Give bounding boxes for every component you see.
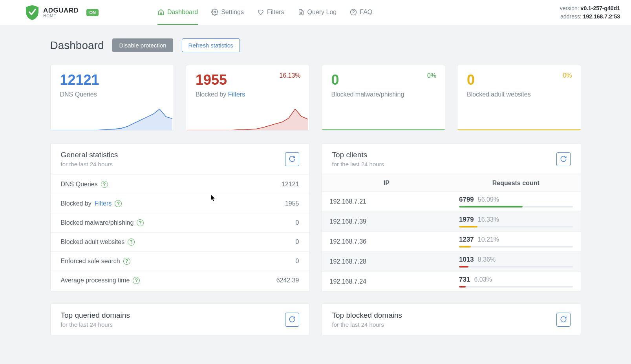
topqueried-subtitle: for the last 24 hours: [61, 321, 130, 328]
card-malware-value: 0: [331, 72, 436, 88]
topqueried-title: Top queried domains: [61, 311, 130, 320]
filters-link[interactable]: Filters: [228, 91, 245, 98]
stat-cards: 12121 DNS Queries 16.13% 1955 Blocked by…: [50, 65, 581, 131]
card-adult-label: Blocked adult websites: [467, 91, 571, 98]
brand-sub: HOME: [43, 14, 79, 18]
client-ip: 192.168.7.28: [322, 252, 452, 271]
nav-filters[interactable]: Filters: [257, 0, 284, 25]
topclients-title: Top clients: [332, 151, 384, 159]
client-requests: 7316.03%: [451, 272, 581, 291]
topqueried-refresh-button[interactable]: [285, 313, 299, 327]
client-ip: 192.168.7.39: [322, 212, 452, 231]
general-subtitle: for the last 24 hours: [61, 161, 118, 167]
filters-sparkline: [186, 107, 308, 130]
general-rows: DNS Queries ?12121Blocked by Filters ?19…: [51, 175, 309, 290]
help-icon[interactable]: ?: [123, 258, 130, 265]
general-row: DNS Queries ?12121: [51, 175, 309, 194]
client-pct: 56.09%: [478, 196, 499, 203]
mid-panels: General statistics for the last 24 hours…: [50, 143, 581, 292]
client-bar: [459, 246, 573, 248]
client-bar: [459, 266, 573, 268]
help-icon[interactable]: ?: [115, 200, 122, 207]
client-requests: 10138.36%: [451, 252, 581, 271]
card-adult-pct: 0%: [563, 72, 572, 79]
client-pct: 16.33%: [478, 216, 499, 223]
general-refresh-button[interactable]: [285, 152, 299, 166]
brand[interactable]: ADGUARD HOME ON: [25, 5, 99, 20]
nav-dashboard[interactable]: Dashboard: [157, 0, 198, 25]
topbar: ADGUARD HOME ON DashboardSettingsFilters…: [0, 0, 631, 25]
card-adult-value: 0: [467, 72, 571, 88]
client-pct: 10.21%: [478, 236, 499, 243]
general-row-value: 0: [296, 219, 299, 226]
refresh-icon: [289, 155, 296, 164]
general-row-value: 0: [296, 238, 299, 246]
nav-label: Filters: [267, 9, 284, 16]
nav-faq[interactable]: FAQ: [350, 0, 372, 25]
general-row-label: Average processing time ?: [61, 277, 140, 284]
panel-top-clients: Top clients for the last 24 hours IP Req…: [322, 143, 581, 292]
address-value: 192.168.7.2:53: [583, 13, 620, 20]
disable-protection-button[interactable]: Disable protection: [112, 38, 173, 52]
client-count: 1979: [459, 216, 474, 223]
client-count: 6799: [459, 196, 474, 203]
help-icon[interactable]: ?: [137, 219, 144, 226]
topblocked-subtitle: for the last 24 hours: [332, 321, 402, 328]
help-icon[interactable]: ?: [128, 238, 135, 246]
topclients-head-ip: IP: [322, 175, 452, 191]
protection-on-badge: ON: [86, 9, 99, 16]
topclients-refresh-button[interactable]: [556, 152, 571, 166]
general-title: General statistics: [61, 151, 118, 159]
card-blocked-adult: 0% 0 Blocked adult websites: [457, 65, 581, 131]
panel-top-blocked: Top blocked domains for the last 24 hour…: [322, 304, 581, 335]
general-row-label: Blocked by Filters ?: [61, 200, 122, 207]
help-icon[interactable]: ?: [133, 277, 140, 284]
dns-sparkline: [51, 107, 172, 130]
topclients-head-req: Requests count: [451, 175, 581, 191]
topclients-head: IP Requests count: [322, 175, 581, 192]
topblocked-refresh-button[interactable]: [556, 313, 571, 327]
general-row-value: 6242.39: [276, 277, 299, 284]
general-row-label: Blocked adult websites ?: [61, 238, 135, 246]
panel-top-queried: Top queried domains for the last 24 hour…: [50, 304, 310, 335]
client-bar: [459, 286, 573, 288]
gear-icon: [211, 9, 218, 16]
help-icon[interactable]: ?: [101, 181, 108, 188]
help-icon: [350, 9, 357, 16]
main-nav: DashboardSettingsFiltersQuery LogFAQ: [157, 0, 372, 25]
client-requests: 679956.09%: [451, 192, 581, 211]
general-row-label: Enforced safe search ?: [61, 258, 130, 265]
card-dns-value: 12121: [60, 72, 165, 88]
nav-settings[interactable]: Settings: [211, 0, 244, 25]
refresh-icon: [560, 155, 567, 164]
card-adult-baseline: [457, 129, 581, 130]
version-label: version:: [560, 5, 579, 11]
brand-name: ADGUARD: [43, 7, 79, 14]
general-row: Enforced safe search ?0: [51, 252, 309, 271]
nav-label: Settings: [221, 9, 244, 16]
file-icon: [298, 9, 305, 16]
panel-general-stats: General statistics for the last 24 hours…: [50, 143, 310, 292]
address-label: address:: [560, 13, 582, 20]
client-count: 1013: [459, 256, 474, 263]
general-row-label: Blocked malware/phishing ?: [61, 219, 144, 226]
svg-point-0: [214, 11, 216, 13]
topclients-row: 192.168.7.2810138.36%: [322, 252, 581, 272]
topclients-row: 192.168.7.36123710.21%: [322, 232, 581, 252]
client-ip: 192.168.7.36: [322, 232, 452, 251]
topclients-row: 192.168.7.247316.03%: [322, 272, 581, 291]
logo-shield-icon: [25, 5, 39, 20]
filters-link[interactable]: Filters: [95, 200, 112, 207]
topblocked-title: Top blocked domains: [332, 311, 402, 320]
refresh-icon: [560, 316, 567, 324]
card-dns-label: DNS Queries: [60, 91, 165, 98]
nav-query-log[interactable]: Query Log: [298, 0, 337, 25]
client-count: 731: [459, 276, 470, 283]
refresh-icon: [289, 316, 296, 324]
brand-text: ADGUARD HOME: [43, 7, 79, 18]
client-pct: 8.36%: [478, 256, 496, 263]
page-head: Dashboard Disable protection Refresh sta…: [50, 38, 581, 52]
refresh-statistics-button[interactable]: Refresh statistics: [182, 38, 240, 52]
topclients-row: 192.168.7.21679956.09%: [322, 192, 581, 212]
cursor-icon: [211, 195, 216, 202]
